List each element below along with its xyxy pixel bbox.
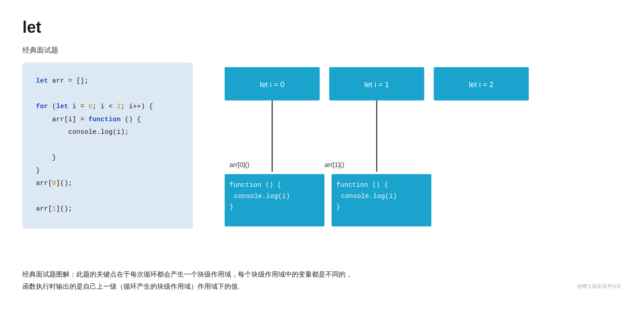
code-line-1: let arr = [];	[36, 75, 180, 88]
main-content: let arr = []; for (let i = 0; i < 2; i++…	[22, 62, 622, 255]
code-line-8: }	[36, 165, 180, 178]
box-bottom-2-line3: }	[336, 203, 340, 211]
description: 经典面试题图解：此题的关键点在于每次循环都会产生一个块级作用域，每个块级作用域中…	[22, 268, 622, 292]
arr1-label: arr[1]()	[324, 161, 345, 168]
code-line-6	[36, 139, 180, 152]
watermark: @稀土掘金技术社区	[577, 282, 622, 291]
code-line-9: arr[0]();	[36, 177, 180, 190]
code-line-3: for (let i = 0; i < 2; i++) {	[36, 101, 180, 114]
code-line-7: }	[36, 152, 180, 165]
code-line-5: console.log(i);	[36, 126, 180, 139]
box-bottom-1-line2: console.log(i)	[234, 193, 290, 200]
box-top-1-label: let i = 0	[260, 80, 285, 89]
box-top-2-label: let i = 1	[364, 80, 389, 89]
code-line-4: arr[i] = function () {	[36, 114, 180, 127]
diagram-svg: let i = 0 let i = 1 let i = 2 arr[0]() a…	[220, 62, 543, 253]
description-line2: 函数执行时输出的是自己上一级（循环产生的块级作用域）作用域下的值. @稀土掘金技…	[22, 280, 622, 292]
box-bottom-1-line3: }	[229, 203, 233, 211]
section-label: 经典面试题	[22, 46, 622, 55]
box-top-3-label: let i = 2	[469, 80, 494, 89]
box-bottom-2-line1: function () {	[336, 181, 388, 189]
arr0-label: arr[0]()	[229, 161, 250, 168]
code-line-10	[36, 190, 180, 203]
page-title: let	[22, 18, 622, 37]
code-line-11: arr[1]();	[36, 203, 180, 216]
code-block: let arr = []; for (let i = 0; i < 2; i++…	[22, 62, 193, 229]
box-bottom-2-line2: console.log(i)	[341, 193, 397, 200]
box-bottom-1-line1: function () {	[229, 181, 281, 189]
diagram: let i = 0 let i = 1 let i = 2 arr[0]() a…	[220, 62, 622, 255]
code-line-2	[36, 88, 180, 101]
description-line1: 经典面试题图解：此题的关键点在于每次循环都会产生一个块级作用域，每个块级作用域中…	[22, 268, 622, 280]
